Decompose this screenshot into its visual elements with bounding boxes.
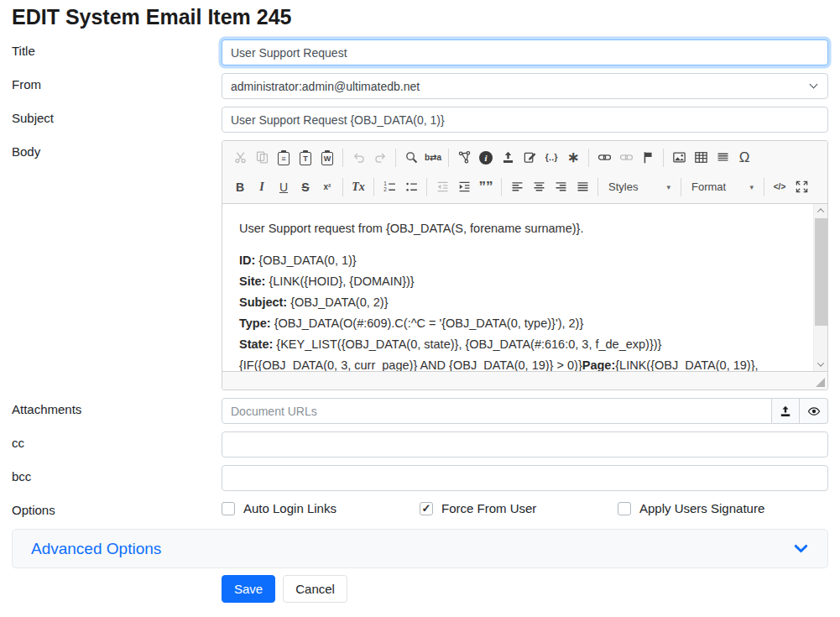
special-char-icon[interactable]: Ω xyxy=(733,146,755,170)
paste-plain-text-icon[interactable]: T xyxy=(295,146,316,170)
title-label: Title xyxy=(12,39,222,58)
toolbar-row-1: ≡TWb⇄ai{‥}∗Ω xyxy=(226,143,824,172)
toolbar-separator xyxy=(663,149,664,167)
editor-toolbar: ≡TWb⇄ai{‥}∗Ω BIUSx²Tx””Styles▾Format▾</> xyxy=(222,141,827,204)
bcc-label: bcc xyxy=(12,465,222,484)
body-line: {IF({OBJ_DATA(0, 3, curr_page)} AND {OBJ… xyxy=(239,355,799,371)
diagram-icon[interactable] xyxy=(453,146,475,170)
blockquote-icon[interactable]: ”” xyxy=(475,175,497,199)
align-justify-icon[interactable] xyxy=(571,175,593,199)
checkbox-box-auto-login-links[interactable] xyxy=(222,502,235,515)
format-dropdown[interactable]: Format▾ xyxy=(686,175,759,199)
body-line: Subject: {OBJ_DATA(0, 2)} xyxy=(239,292,799,313)
anchor-flag-icon[interactable] xyxy=(637,146,659,170)
eye-icon xyxy=(807,405,821,418)
toolbar-separator xyxy=(597,178,598,196)
redo-icon xyxy=(369,146,391,170)
export-icon[interactable] xyxy=(497,146,519,170)
cc-row: cc xyxy=(0,431,840,458)
body-label: Body xyxy=(12,140,222,159)
checkbox-box-apply-users-signature[interactable] xyxy=(618,502,631,515)
from-select[interactable]: administrator:admin@ultimatedb.net xyxy=(222,73,828,99)
asterisk-icon[interactable]: ∗ xyxy=(562,146,584,170)
editor-resize-handle[interactable] xyxy=(816,378,825,387)
upload-attachment-button[interactable] xyxy=(772,398,801,424)
unlink-icon xyxy=(615,146,637,170)
image-icon[interactable] xyxy=(668,146,690,170)
advanced-options-header[interactable]: Advanced Options xyxy=(12,529,828,568)
from-row: From administrator:admin@ultimatedb.net xyxy=(0,73,840,99)
subject-row: Subject xyxy=(0,107,840,133)
preview-attachment-button[interactable] xyxy=(800,398,828,424)
strikethrough-icon[interactable]: S xyxy=(295,175,316,199)
form-actions: Save Cancel xyxy=(222,575,840,603)
attachments-input[interactable] xyxy=(222,398,772,424)
cc-input[interactable] xyxy=(222,431,828,458)
scroll-down-icon[interactable] xyxy=(814,358,828,371)
scrollbar-thumb[interactable] xyxy=(815,218,827,326)
checkbox-box-force-from-user[interactable]: ✓ xyxy=(420,502,433,515)
title-row: Title xyxy=(0,39,840,65)
editor-scrollbar[interactable] xyxy=(813,204,827,371)
body-line: ID: {OBJ_DATA(0, 1)} xyxy=(239,250,799,271)
upload-icon xyxy=(779,405,792,418)
toolbar-separator xyxy=(373,178,374,196)
styles-dropdown[interactable]: Styles▾ xyxy=(603,175,676,199)
body-line: Site: {LINK({HOID}, {DOMAIN})} xyxy=(239,271,799,292)
body-line-spacer xyxy=(239,239,799,250)
align-center-icon[interactable] xyxy=(528,175,550,199)
find-icon[interactable] xyxy=(400,146,422,170)
bulleted-list-icon[interactable] xyxy=(400,175,422,199)
toolbar-separator xyxy=(588,149,589,167)
table-icon[interactable] xyxy=(690,146,712,170)
page-title: EDIT System Email Item 245 xyxy=(12,5,828,29)
dropdown-caret-icon: ▾ xyxy=(666,183,670,191)
checkbox-auto-login-links[interactable]: Auto Login Links xyxy=(222,501,420,515)
link-icon[interactable] xyxy=(593,146,615,170)
cancel-button[interactable]: Cancel xyxy=(283,575,347,603)
source-icon[interactable]: </> xyxy=(769,175,790,199)
indent-icon[interactable] xyxy=(453,175,475,199)
align-right-icon[interactable] xyxy=(550,175,571,199)
options-row: Options Auto Login Links✓Force From User… xyxy=(0,499,840,517)
bcc-input[interactable] xyxy=(222,465,828,491)
horizontal-rule-icon[interactable] xyxy=(712,146,733,170)
placeholder-braces-icon[interactable]: {‥} xyxy=(540,146,562,170)
numbered-list-icon[interactable] xyxy=(378,175,400,199)
outdent-icon xyxy=(431,175,453,199)
save-button[interactable]: Save xyxy=(222,575,275,603)
superscript-icon[interactable]: x² xyxy=(316,175,338,199)
toolbar-separator xyxy=(426,178,427,196)
title-input[interactable] xyxy=(222,39,828,65)
attachments-row: Attachments xyxy=(0,398,840,424)
toolbar-row-2: BIUSx²Tx””Styles▾Format▾</> xyxy=(226,172,824,201)
scroll-up-icon[interactable] xyxy=(814,204,828,217)
subject-label: Subject xyxy=(12,107,222,125)
maximize-icon[interactable] xyxy=(790,175,812,199)
paste-from-word-icon[interactable]: W xyxy=(316,146,338,170)
remove-format-icon[interactable]: Tx xyxy=(347,175,369,199)
undo-icon xyxy=(347,146,369,170)
options-label: Options xyxy=(12,499,222,517)
paste-icon[interactable]: ≡ xyxy=(273,146,295,170)
info-icon[interactable]: i xyxy=(475,146,497,170)
subject-input[interactable] xyxy=(222,107,828,133)
align-left-icon[interactable] xyxy=(506,175,528,199)
checkbox-label-apply-users-signature: Apply Users Signature xyxy=(639,501,764,515)
replace-icon[interactable]: b⇄a xyxy=(422,146,444,170)
italic-icon[interactable]: I xyxy=(251,175,273,199)
toolbar-separator xyxy=(501,178,502,196)
bold-icon[interactable]: B xyxy=(229,175,251,199)
toolbar-separator xyxy=(448,149,449,167)
toolbar-separator xyxy=(342,178,343,196)
editor-content[interactable]: User Support request from {OBJ_DATA(S, f… xyxy=(222,204,827,371)
checkbox-force-from-user[interactable]: ✓Force From User xyxy=(420,501,618,515)
edit-system-email-page: EDIT System Email Item 245 Title From ad… xyxy=(0,0,840,617)
editor-status-bar xyxy=(222,371,827,390)
checkbox-label-auto-login-links: Auto Login Links xyxy=(243,501,337,515)
dropdown-caret-icon: ▾ xyxy=(749,183,754,191)
bcc-row: bcc xyxy=(0,465,840,491)
checkbox-apply-users-signature[interactable]: Apply Users Signature xyxy=(618,501,816,515)
underline-icon[interactable]: U xyxy=(273,175,295,199)
edit-form-icon[interactable] xyxy=(519,146,540,170)
